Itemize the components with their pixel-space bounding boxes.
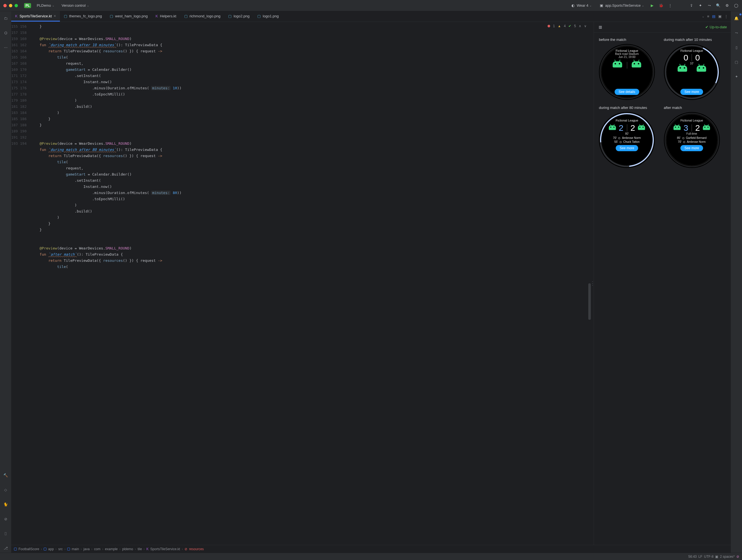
prev-highlight-icon[interactable]: ∧ [579,24,581,28]
tab-themes-fc-logo[interactable]: ▢themes_fc_logo.png [60,11,106,21]
image-file-icon: ▢ [228,14,231,18]
tab-west-ham-logo[interactable]: ▢west_ham_logo.png [106,11,152,21]
tab-label: SportsTileService.kt [19,14,52,18]
settings-icon[interactable]: ⚙ [725,3,730,8]
editor-scrollbar[interactable] [588,284,591,320]
crumb[interactable]: SportsTileService.kt [150,547,180,551]
logcat-tool-icon[interactable]: 🐈 [1,500,10,509]
crumb[interactable]: FootballScore [18,547,39,551]
image-file-icon: ▢ [64,14,67,18]
device-selector[interactable]: ◐ Wear 4⌄ [569,2,594,9]
tab-richmond-logo[interactable]: ▢richmond_logo.png [180,11,224,21]
watch-face[interactable]: Fictional League 00 10' See more [664,44,720,100]
module-icon [44,548,47,551]
tab-helpers[interactable]: KHelpers.kt [152,11,180,21]
watch-face[interactable]: Fictional League 22 80' 70'Ambrose Norm … [599,112,655,168]
close-window-icon[interactable] [3,4,7,7]
code-with-me-icon[interactable]: ⇪ [689,3,694,8]
inspections-widget[interactable]: ⬣1 ▲4 ✔5 ∧ ∨ [546,23,588,29]
project-tool-icon[interactable]: 🗀 [1,13,10,23]
assistant-icon[interactable]: ✦ [732,72,741,81]
tab-options-icon[interactable]: ⋮ [724,14,728,18]
tab-logo2[interactable]: ▢logo2.png [224,11,253,21]
indent-status[interactable]: 2 spaces* [720,555,735,559]
tab-sports-tile-service[interactable]: K SportsTileService.kt × [11,11,60,21]
close-icon[interactable]: × [54,14,56,18]
favorites-tool-icon[interactable]: ◇ [1,485,10,495]
notifications-icon[interactable]: 🔔 [732,13,741,23]
breadcrumbs[interactable]: FootballScore› app› src› main› java› com… [11,545,731,553]
preview-title: during match after 80 minutes [599,106,647,110]
terminal-tool-icon[interactable]: ⌷ [1,529,10,538]
next-highlight-icon[interactable]: ∨ [584,24,587,28]
error-count: 1 [553,24,555,28]
tab-logo1[interactable]: ▢logo1.png [253,11,282,21]
status-bar: 56:43 LF UTF-8 ▣ 2 spaces* ⊘ [0,553,742,560]
vcs-selector[interactable]: Version control⌄ [60,2,91,9]
view-mode-code-icon[interactable]: ≡ [707,14,709,18]
gutter: 155 156 157 158 159 160 161 162 163 164 … [11,22,31,545]
crumb[interactable]: pldemo [122,547,133,551]
project-selector[interactable]: PLDemo⌄ [35,2,56,9]
kotlin-file-icon: K [155,14,158,18]
tabs-dropdown-icon[interactable]: ⌄ [702,15,704,18]
device-manager-icon[interactable]: ▯ [732,43,741,52]
crumb[interactable]: tile [138,547,142,551]
caret-position[interactable]: 56:43 [688,555,697,559]
problems-tool-icon[interactable]: ⊘ [1,514,10,524]
module-icon [14,548,17,551]
ok-count: 5 [574,24,576,28]
crumb[interactable]: example [105,547,118,551]
right-tool-strip: 🔔 ⤳ ▯ ▢ ✦ [731,11,742,553]
app-inspection-icon[interactable]: ⤳ [707,3,712,8]
code-editor[interactable]: 155 156 157 158 159 160 161 162 163 164 … [11,22,591,545]
crumb[interactable]: main [72,547,79,551]
gradle-tool-icon[interactable]: ⤳ [732,28,741,38]
project-badge[interactable]: PL [24,3,31,8]
preview-title: after match [664,106,682,110]
build-tool-icon[interactable]: 🔨 [1,470,10,480]
android-icon [613,61,622,67]
account-icon[interactable]: ◯ [734,3,739,8]
preview-panel: ▥ ✔Up-to-date before the match Fictional… [594,22,731,545]
crumb[interactable]: src [58,547,63,551]
vcs-tool-icon[interactable]: ⎇ [1,543,10,553]
debug-button[interactable]: 🐞 [658,3,664,8]
preview-title: during match after 10 minutes [664,38,712,42]
view-mode-design-icon[interactable]: ▣ [718,14,722,18]
preview-before-match: before the match Fictional League Back r… [599,38,661,100]
see-more-button[interactable]: See more [680,145,703,151]
search-icon[interactable]: 🔍 [716,3,721,8]
code-area[interactable]: } @Preview(device = WearDevices.SMALL_RO… [31,22,591,545]
crumb[interactable]: com [94,547,101,551]
crumb[interactable]: java [84,547,90,551]
minimize-window-icon[interactable] [9,4,12,7]
profiler-icon[interactable]: ✦ [698,3,703,8]
crumb[interactable]: resources [189,547,204,551]
window-controls[interactable] [3,4,18,7]
split-handle[interactable]: ⋮ [591,22,594,545]
more-tools-icon[interactable]: ⋯ [1,43,10,52]
run-config-selector[interactable]: ▣ app.SportsTileService⌄ [597,2,646,9]
zoom-window-icon[interactable] [14,4,18,7]
preview-after-match: after match Fictional League 32 Full-tim… [664,106,726,168]
emulator-tool-icon[interactable]: ▢ [732,57,741,67]
preview-during-80: during match after 80 minutes Fictional … [599,106,661,168]
structure-tool-icon[interactable]: ⌬ [1,28,10,38]
tab-label: logo2.png [233,14,250,18]
watch-face[interactable]: Fictional League Back road Stadium Jun 2… [599,44,655,100]
line-separator[interactable]: LF [698,555,702,559]
lock-icon[interactable]: ⊘ [736,555,739,559]
watch-face[interactable]: Fictional League 32 Full-time 85'Garfiel… [664,112,720,168]
more-actions-icon[interactable]: ⋮ [668,3,673,8]
see-details-button[interactable]: See details [615,89,639,95]
error-icon: ⬣ [547,24,550,28]
readonly-icon[interactable]: ▣ [715,555,718,559]
crumb[interactable]: app [48,547,54,551]
tab-label: richmond_logo.png [190,14,221,18]
view-mode-split-icon[interactable]: ▤ [712,14,716,18]
file-encoding[interactable]: UTF-8 [704,555,713,559]
android-icon [697,65,706,72]
preview-layout-icon[interactable]: ▥ [598,24,603,30]
run-button[interactable]: ▶ [650,3,655,8]
